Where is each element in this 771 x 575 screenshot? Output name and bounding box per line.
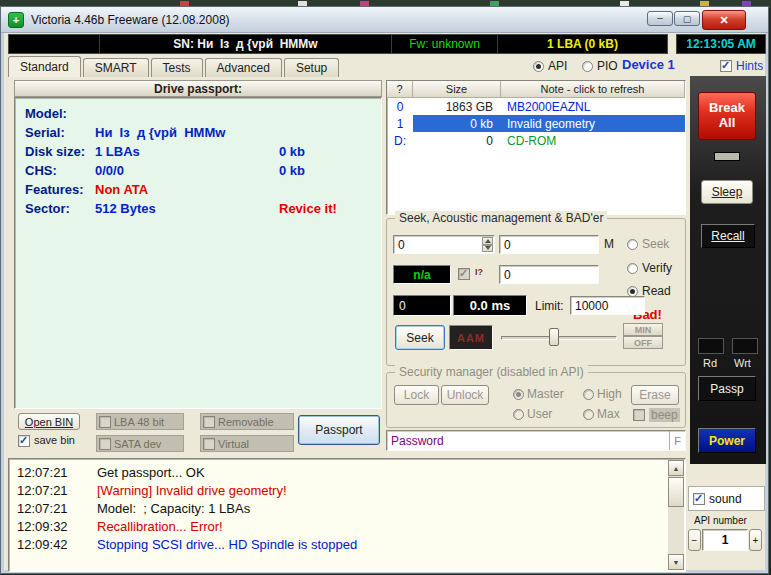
start-lba-input[interactable]: 0 [393,235,495,254]
minimize-button[interactable]: – [647,11,673,26]
log-line: 12:09:32Recallibration... Error! [11,517,667,535]
drive-passport-header: Drive passport: [14,80,382,97]
password-field[interactable]: Password F [386,430,686,451]
ms-display: 0.0 ms [453,295,527,316]
recall-button[interactable]: Recall [701,224,755,248]
scroll-up-icon[interactable]: ▲ [668,460,684,476]
write-led-label: Wrt [734,357,751,369]
close-button[interactable]: ✕ [702,10,746,30]
lba48-checkbox[interactable] [99,416,111,428]
lock-button[interactable]: Lock [394,385,439,405]
passport-row: Sector: 512 Bytes Revice it! [15,201,381,220]
save-bin-label: save bin [34,434,75,446]
sound-checkbox[interactable] [693,493,705,505]
column-header-note[interactable]: Note - click to refresh [501,81,685,98]
removable-checkbox-chip: Removable [200,413,294,430]
beep-checkbox-label: beep [649,408,680,422]
security-group: Security manager (disabled in API) Lock … [386,372,686,428]
api-number-value[interactable]: 1 [702,529,748,551]
max-radio[interactable] [583,409,594,420]
scrollbar-thumb[interactable] [668,477,684,507]
tab-advanced[interactable]: Advanced [205,58,282,77]
master-radio-label: Master [527,387,564,401]
start-lba-spinner[interactable] [482,237,493,252]
open-bin-button[interactable]: Open BIN [18,413,80,430]
drive-row[interactable]: 0 1863 GB MB2000EAZNL [387,98,685,115]
maximize-button[interactable]: ▢ [674,11,700,26]
seek-group: Seek, Acoustic management & BAD'er 0 0 M… [386,218,686,366]
slider-thumb[interactable] [549,328,559,346]
scroll-down-icon[interactable]: ▼ [668,554,684,570]
hints-checkbox-label: Hints [736,59,763,73]
removable-checkbox[interactable] [203,416,215,428]
passport-button[interactable]: Passport [298,415,380,445]
aam-led-display: AAM [449,325,493,350]
api-radio[interactable] [533,61,544,72]
spin-up-icon[interactable] [482,237,493,245]
aam-value-input[interactable]: 0 [499,265,599,284]
sleep-button[interactable]: Sleep [701,180,753,204]
password-value: Password [391,434,444,448]
erase-button[interactable]: Erase [631,385,679,405]
tab-bar: Standard SMART Tests Advanced Setup [8,56,341,77]
power-button[interactable]: Power [698,428,756,453]
tab-standard[interactable]: Standard [8,56,81,77]
virtual-label: Virtual [218,438,249,450]
seek-button[interactable]: Seek [395,325,445,350]
spin-down-icon[interactable] [482,245,493,253]
lba48-label: LBA 48 bit [114,416,164,428]
password-f-button[interactable]: F [669,431,685,450]
break-all-button[interactable]: Break All [698,92,756,140]
min-button[interactable]: MIN [623,323,663,336]
hints-checkbox[interactable] [720,60,732,72]
sata-checkbox-chip: SATA dev [96,435,184,452]
log-line: 12:07:21Model: ; Capacity: 1 LBAs [11,499,667,517]
limit-input[interactable]: 10000 [570,296,645,315]
counter-display: 0 [393,295,451,316]
api-number-decrement[interactable]: − [688,529,701,551]
sound-checkbox-label: sound [709,492,742,506]
status-segment-empty [9,35,99,53]
passport-row: Features: Non ATA [15,182,381,201]
tab-setup[interactable]: Setup [284,58,339,77]
read-led-label: Rd [703,357,717,369]
verify-mode-label: Verify [642,261,672,275]
passp-button[interactable]: Passp [698,376,756,401]
passport-row: Disk size: 1 LBAs 0 kb [15,144,381,163]
log-scrollbar[interactable]: ▲ ▼ [668,460,684,570]
api-number-increment[interactable]: + [749,529,762,551]
drive-row[interactable]: D: 0 CD-ROM [387,132,685,149]
title-bar[interactable]: + Victoria 4.46b Freeware (12.08.2008) –… [1,7,768,33]
aam-slider[interactable] [501,325,617,350]
aam-checkbox[interactable] [458,268,470,280]
virtual-checkbox[interactable] [203,438,215,450]
tab-tests[interactable]: Tests [151,58,203,77]
beep-checkbox[interactable] [633,409,645,421]
sata-checkbox[interactable] [99,438,111,450]
app-window: + Victoria 4.46b Freeware (12.08.2008) –… [0,6,769,574]
log-line: 12:07:21[Warning] Invalid drive geometry… [11,481,667,499]
lba-status: 1 LBA (0 kB) [497,35,667,53]
column-header-q[interactable]: ? [387,81,413,98]
log-line: 12:09:42Stopping SCSI drive... HD Spindl… [11,535,667,553]
drive-row-selected[interactable]: 1 0 kb Invalid geometry [387,115,685,132]
seek-mode-label: Seek [642,237,669,251]
pio-radio[interactable] [582,61,593,72]
save-bin-checkbox[interactable] [18,435,30,447]
off-button[interactable]: OFF [623,336,663,349]
verify-mode-radio[interactable] [627,263,638,274]
unlock-button[interactable]: Unlock [441,385,489,405]
column-header-size[interactable]: Size [413,81,501,98]
tab-smart[interactable]: SMART [83,58,149,77]
user-radio[interactable] [513,409,524,420]
end-lba-input[interactable]: 0 [499,235,599,254]
read-mode-label: Read [642,284,671,298]
drive-table-header: ? Size Note - click to refresh [387,81,685,98]
slider-track[interactable] [501,336,617,340]
seek-mode-radio[interactable] [627,239,638,250]
master-radio[interactable] [513,389,524,400]
lba48-checkbox-chip: LBA 48 bit [96,413,184,430]
min-off-control[interactable]: MIN OFF [623,323,663,351]
serial-number-status: SN: Ни Iз д {vрй HMMw [99,35,391,53]
high-radio[interactable] [583,389,594,400]
